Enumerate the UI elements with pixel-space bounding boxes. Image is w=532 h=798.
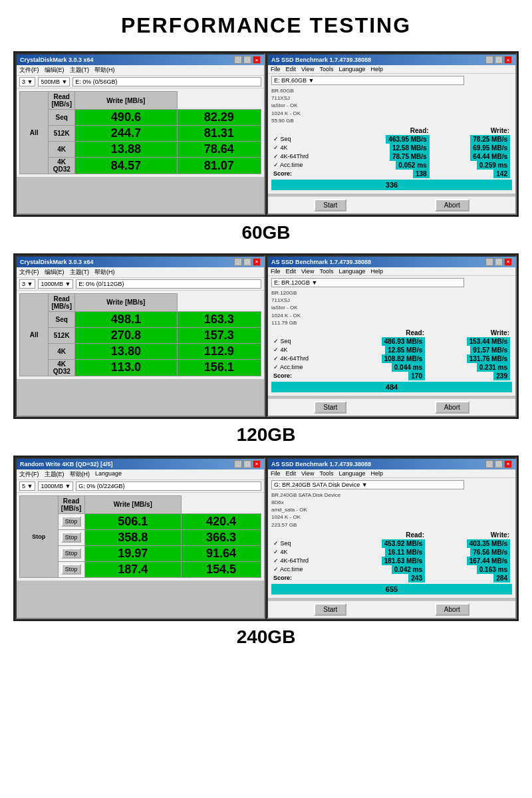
- menu-item[interactable]: 主题(T): [70, 268, 90, 277]
- cdm-size-select[interactable]: 1000MB ▼: [38, 481, 73, 491]
- cdm-size-select[interactable]: 1000MB ▼: [38, 279, 73, 289]
- stop-button[interactable]: Stop: [61, 532, 82, 543]
- cdm-title-buttons[interactable]: _ □ ×: [234, 56, 261, 64]
- menu-item[interactable]: 编辑(E): [45, 66, 65, 74]
- asssd-start-button[interactable]: Start: [314, 603, 346, 616]
- cdm-title-buttons[interactable]: _ □ ×: [234, 460, 261, 468]
- stop-button[interactable]: Stop: [61, 548, 82, 559]
- cdm-count-select[interactable]: 5 ▼: [19, 481, 35, 491]
- minimize-button[interactable]: _: [234, 460, 242, 468]
- asssd-abort-button[interactable]: Abort: [435, 199, 469, 211]
- asssd-menu-item[interactable]: Language: [338, 470, 365, 477]
- asssd-menu-item[interactable]: Tools: [319, 66, 333, 72]
- cdm-row-label[interactable]: Stop: [58, 513, 84, 529]
- menu-item[interactable]: 帮助(H): [70, 470, 90, 479]
- cdm-size-select[interactable]: 500MB ▼: [38, 77, 70, 86]
- asssd-menu-item[interactable]: View: [301, 268, 314, 275]
- menu-item[interactable]: 帮助(H): [94, 268, 115, 277]
- menu-item[interactable]: 文件(F): [19, 66, 39, 74]
- asssd-maximize-button[interactable]: □: [495, 56, 503, 64]
- cdm-write-value: 420.4: [182, 513, 261, 529]
- cdm-all-button[interactable]: All: [20, 92, 49, 174]
- cdm-write-value: 112.9: [177, 343, 261, 359]
- cdm-all-button[interactable]: All: [20, 293, 49, 376]
- asssd-menu-item[interactable]: Help: [370, 470, 383, 477]
- asssd-abort-button[interactable]: Abort: [435, 603, 469, 616]
- cdm-window: CrystalDiskMark 3.0.3 x64 _ □ × 文件(F)编辑(…: [15, 53, 265, 215]
- minimize-button[interactable]: _: [234, 258, 242, 266]
- stop-button[interactable]: Stop: [61, 516, 82, 527]
- asssd-menu-item[interactable]: File: [271, 66, 281, 72]
- menu-item[interactable]: 主题(T): [70, 66, 90, 74]
- asssd-title-buttons[interactable]: _ □ ×: [485, 56, 512, 64]
- cdm-drive-select[interactable]: E: 0% (0/56GB): [72, 77, 261, 86]
- asssd-menu-item[interactable]: Edit: [286, 470, 297, 477]
- cdm-menubar: 文件(F)编辑(E)主题(T)帮助(H): [17, 65, 264, 76]
- asssd-menu-item[interactable]: Edit: [286, 66, 297, 72]
- asssd-title-buttons[interactable]: _ □ ×: [485, 258, 512, 266]
- asssd-menu-item[interactable]: Edit: [286, 268, 297, 275]
- maximize-button[interactable]: □: [243, 56, 251, 64]
- asssd-maximize-button[interactable]: □: [495, 258, 503, 266]
- asssd-menu-item[interactable]: Language: [338, 66, 365, 72]
- asssd-close-button[interactable]: ×: [504, 258, 512, 266]
- asssd-menu-item[interactable]: View: [301, 470, 314, 477]
- cdm-count-select[interactable]: 3 ▼: [19, 279, 35, 289]
- asssd-results-table: Read: Write: ✓ Seq 486.93 MB/s 153.44 MB…: [271, 329, 512, 380]
- asssd-menu-item[interactable]: Help: [370, 66, 383, 72]
- minimize-button[interactable]: _: [234, 56, 242, 64]
- benchmark-windows-1: CrystalDiskMark 3.0.3 x64 _ □ × 文件(F)编辑(…: [13, 253, 519, 419]
- cdm-data-row: 512K270.8157.3: [20, 327, 261, 343]
- cdm-drive-select[interactable]: G: 0% (0/224GB): [76, 481, 261, 491]
- asssd-row-label: ✓ Acc.time: [271, 161, 344, 170]
- asssd-row-label: ✓ Seq: [271, 337, 342, 346]
- menu-item[interactable]: 帮助(H): [94, 66, 115, 74]
- cdm-row-label[interactable]: Stop: [58, 561, 84, 577]
- close-button[interactable]: ×: [253, 460, 261, 468]
- asssd-start-button[interactable]: Start: [314, 401, 346, 414]
- asssd-close-button[interactable]: ×: [504, 460, 512, 468]
- stop-button[interactable]: Stop: [61, 564, 82, 575]
- asssd-menu-item[interactable]: Tools: [319, 268, 333, 275]
- asssd-read-value: 108.82 MB/s: [342, 354, 427, 363]
- asssd-drive-select[interactable]: G: BR.240GB SATA Disk Device ▼: [271, 480, 464, 489]
- asssd-menu-item[interactable]: Help: [370, 268, 383, 275]
- asssd-row-label: ✓ Acc.time: [271, 565, 342, 574]
- asssd-drive-select[interactable]: E: BR.60GB ▼: [271, 76, 464, 85]
- asssd-start-button[interactable]: Start: [314, 199, 346, 211]
- menu-item[interactable]: 编辑(E): [45, 268, 65, 277]
- maximize-button[interactable]: □: [243, 460, 251, 468]
- asssd-row-label: ✓ Acc.time: [271, 363, 342, 372]
- asssd-close-button[interactable]: ×: [504, 56, 512, 64]
- asssd-menu-item[interactable]: File: [271, 268, 281, 275]
- asssd-read-value: 181.63 MB/s: [342, 557, 427, 565]
- asssd-menu-item[interactable]: Tools: [319, 470, 333, 477]
- asssd-abort-button[interactable]: Abort: [435, 401, 469, 414]
- asssd-title-buttons[interactable]: _ □ ×: [485, 460, 512, 468]
- cdm-write-value: 366.3: [182, 529, 261, 545]
- cdm-data-row: 4K13.8878.64: [20, 142, 261, 158]
- cdm-count-select[interactable]: 3 ▼: [19, 77, 35, 86]
- asssd-write-value: 69.95 MB/s: [432, 144, 512, 152]
- asssd-minimize-button[interactable]: _: [485, 460, 493, 468]
- menu-item[interactable]: 文件(F): [19, 470, 39, 479]
- asssd-menu-item[interactable]: View: [301, 66, 314, 72]
- asssd-drive-select[interactable]: E: BR.120GB ▼: [271, 278, 464, 287]
- cdm-row-label[interactable]: Stop: [58, 529, 84, 545]
- cdm-drive-select[interactable]: E: 0% (0/112GB): [76, 279, 261, 289]
- cdm-row-label[interactable]: Stop: [58, 545, 84, 561]
- asssd-menu-item[interactable]: Language: [338, 268, 365, 275]
- maximize-button[interactable]: □: [243, 258, 251, 266]
- asssd-minimize-button[interactable]: _: [485, 258, 493, 266]
- asssd-minimize-button[interactable]: _: [485, 56, 493, 64]
- close-button[interactable]: ×: [253, 56, 261, 64]
- menu-item[interactable]: Language: [95, 470, 122, 479]
- cdm-title-buttons[interactable]: _ □ ×: [234, 258, 261, 266]
- menu-item[interactable]: 主题(E): [45, 470, 65, 479]
- menu-item[interactable]: 文件(F): [19, 268, 39, 277]
- asssd-maximize-button[interactable]: □: [495, 460, 503, 468]
- asssd-content: G: BR.240GB SATA Disk Device ▼BR.240GB S…: [268, 478, 515, 598]
- cdm-all-button[interactable]: Stop: [20, 495, 59, 577]
- close-button[interactable]: ×: [253, 258, 261, 266]
- asssd-menu-item[interactable]: File: [271, 470, 281, 477]
